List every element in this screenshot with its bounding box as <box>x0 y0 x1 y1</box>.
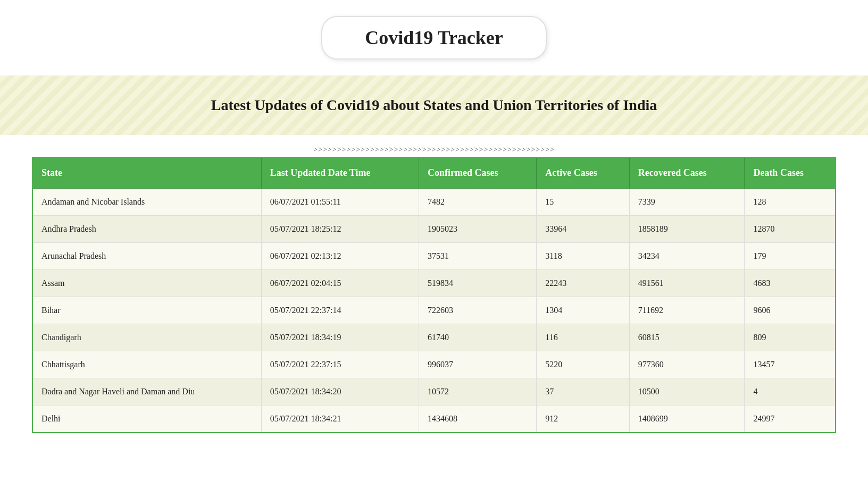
cell-deaths: 9606 <box>745 297 836 324</box>
cell-updated: 06/07/2021 01:55:11 <box>261 189 419 216</box>
cell-state: Dadra and Nagar Haveli and Daman and Diu <box>32 378 261 405</box>
cell-deaths: 809 <box>745 324 836 351</box>
cell-active: 5220 <box>537 351 629 378</box>
cell-updated: 05/07/2021 18:34:21 <box>261 405 419 433</box>
cell-updated: 05/07/2021 18:34:19 <box>261 324 419 351</box>
cell-recovered: 491561 <box>629 270 745 297</box>
cell-active: 3118 <box>537 243 629 270</box>
cell-confirmed: 7482 <box>419 189 537 216</box>
cell-confirmed: 37531 <box>419 243 537 270</box>
cell-recovered: 1858189 <box>629 216 745 243</box>
col-updated: Last Updated Date Time <box>261 157 419 189</box>
cell-state: Delhi <box>32 405 261 433</box>
cell-recovered: 34234 <box>629 243 745 270</box>
col-confirmed: Confirmed Cases <box>419 157 537 189</box>
cell-deaths: 12870 <box>745 216 836 243</box>
table-row: Dadra and Nagar Haveli and Daman and Diu… <box>32 378 836 405</box>
cell-deaths: 13457 <box>745 351 836 378</box>
cell-deaths: 128 <box>745 189 836 216</box>
cell-state: Arunachal Pradesh <box>32 243 261 270</box>
cell-active: 33964 <box>537 216 629 243</box>
cell-state: Andaman and Nicobar Islands <box>32 189 261 216</box>
cell-active: 912 <box>537 405 629 433</box>
table-row: Chhattisgarh05/07/2021 22:37:15996037522… <box>32 351 836 378</box>
cell-recovered: 10500 <box>629 378 745 405</box>
cell-confirmed: 1434608 <box>419 405 537 433</box>
cell-recovered: 1408699 <box>629 405 745 433</box>
cell-state: Chandigarh <box>32 324 261 351</box>
cell-confirmed: 1905023 <box>419 216 537 243</box>
table-row: Arunachal Pradesh06/07/2021 02:13:123753… <box>32 243 836 270</box>
covid-table: State Last Updated Date Time Confirmed C… <box>32 157 836 433</box>
table-row: Andhra Pradesh05/07/2021 18:25:121905023… <box>32 216 836 243</box>
cell-active: 116 <box>537 324 629 351</box>
header-section: Covid19 Tracker <box>0 0 868 70</box>
cell-state: Andhra Pradesh <box>32 216 261 243</box>
cell-state: Bihar <box>32 297 261 324</box>
cell-deaths: 24997 <box>745 405 836 433</box>
table-row: Bihar05/07/2021 22:37:147226031304711692… <box>32 297 836 324</box>
col-state: State <box>32 157 261 189</box>
cell-confirmed: 996037 <box>419 351 537 378</box>
table-row: Assam06/07/2021 02:04:155198342224349156… <box>32 270 836 297</box>
cell-deaths: 4 <box>745 378 836 405</box>
cell-state: Chhattisgarh <box>32 351 261 378</box>
cell-deaths: 4683 <box>745 270 836 297</box>
cell-state: Assam <box>32 270 261 297</box>
col-recovered: Recovered Cases <box>629 157 745 189</box>
cell-updated: 05/07/2021 22:37:15 <box>261 351 419 378</box>
cell-updated: 05/07/2021 18:34:20 <box>261 378 419 405</box>
cell-recovered: 977360 <box>629 351 745 378</box>
cell-confirmed: 61740 <box>419 324 537 351</box>
cell-recovered: 7339 <box>629 189 745 216</box>
cell-updated: 06/07/2021 02:04:15 <box>261 270 419 297</box>
cell-recovered: 711692 <box>629 297 745 324</box>
col-active: Active Cases <box>537 157 629 189</box>
cell-updated: 06/07/2021 02:13:12 <box>261 243 419 270</box>
table-header-row: State Last Updated Date Time Confirmed C… <box>32 157 836 189</box>
cell-active: 37 <box>537 378 629 405</box>
title-box: Covid19 Tracker <box>321 16 547 60</box>
cell-updated: 05/07/2021 22:37:14 <box>261 297 419 324</box>
banner-section: Latest Updates of Covid19 about States a… <box>0 75 868 135</box>
cell-active: 22243 <box>537 270 629 297</box>
table-row: Delhi05/07/2021 18:34:211434608912140869… <box>32 405 836 433</box>
cell-recovered: 60815 <box>629 324 745 351</box>
arrows-row: >>>>>>>>>>>>>>>>>>>>>>>>>>>>>>>>>>>>>>>>… <box>0 140 868 157</box>
cell-confirmed: 519834 <box>419 270 537 297</box>
page-title: Covid19 Tracker <box>365 27 503 49</box>
table-row: Andaman and Nicobar Islands06/07/2021 01… <box>32 189 836 216</box>
table-container: State Last Updated Date Time Confirmed C… <box>0 157 868 454</box>
col-deaths: Death Cases <box>745 157 836 189</box>
cell-updated: 05/07/2021 18:25:12 <box>261 216 419 243</box>
cell-confirmed: 10572 <box>419 378 537 405</box>
cell-active: 15 <box>537 189 629 216</box>
cell-confirmed: 722603 <box>419 297 537 324</box>
banner-title: Latest Updates of Covid19 about States a… <box>32 97 836 114</box>
cell-active: 1304 <box>537 297 629 324</box>
table-row: Chandigarh05/07/2021 18:34:1961740116608… <box>32 324 836 351</box>
cell-deaths: 179 <box>745 243 836 270</box>
